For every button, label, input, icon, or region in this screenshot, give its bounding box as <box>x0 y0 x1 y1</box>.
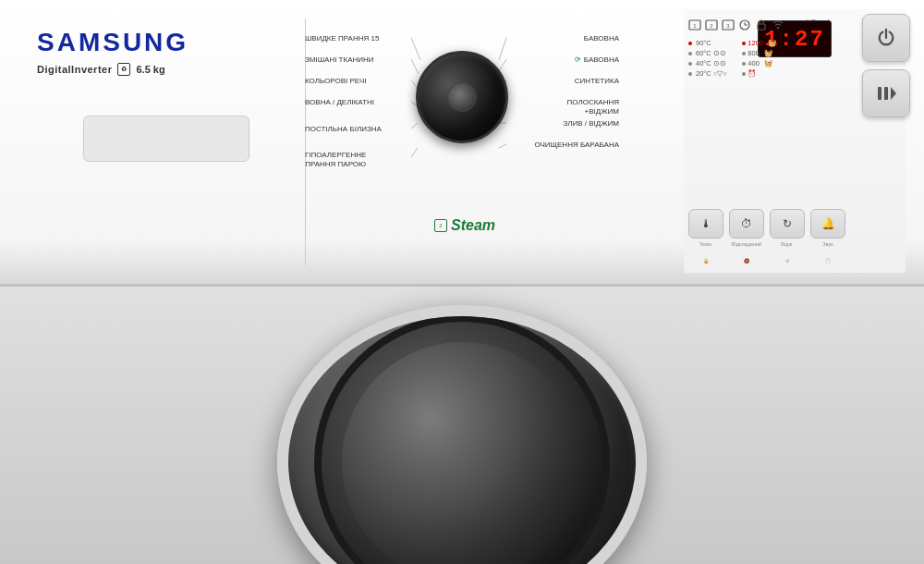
temp-90: 90°C <box>688 39 727 47</box>
svg-text:1: 1 <box>693 23 697 29</box>
temp-btn-label: Темп. <box>688 241 723 247</box>
status-icons-row: 1 2 3 <box>688 18 784 31</box>
program-section: ШВИДКЕ ПРАННЯ 15 ЗМІШАНІ ТКАНИНИ КОЛЬОРО… <box>305 14 619 273</box>
svg-point-20 <box>777 27 779 29</box>
func-sublabels: 🔒 🔕 ⚙ 🕐 <box>688 258 845 264</box>
steam-eco-symbol: 2 <box>434 219 447 232</box>
power-icon <box>876 28 896 48</box>
program-label-6: ГІПОАЛЕРГЕННЕПРАННЯ ПАРОЮ <box>305 151 366 170</box>
lock-icon <box>755 18 768 31</box>
door-glass <box>342 342 582 564</box>
program-label-r1: БАВОВНА <box>584 34 619 43</box>
function-buttons-row: 🌡 Темп. ⏱ Відкладений ↻ Відж. 🔔 Звук <box>688 209 845 247</box>
spin-1200: 1200 🧺 <box>742 39 776 47</box>
timer-icon-label: ⏰ <box>742 69 776 78</box>
delay-btn-wrapper: ⏱ Відкладений <box>729 209 764 247</box>
start-pause-icon <box>876 83 896 104</box>
rinse-icon: 3 <box>722 18 735 31</box>
power-button[interactable] <box>862 14 910 62</box>
start-pause-button[interactable] <box>862 69 910 117</box>
delay-sublabel: 🔕 <box>729 258 764 264</box>
specs-row: DigitalInverter ♻ 6.5 kg <box>37 63 286 76</box>
temp-40: 40°C ⊙⊙ <box>688 59 727 67</box>
temp-20: 20°C ○▽○ <box>688 69 727 78</box>
program-label-r6: ОЧИЩЕННЯ БАРАБАНА <box>534 141 619 149</box>
spin-status-icon <box>738 18 751 31</box>
temp-btn-wrapper: 🌡 Темп. <box>688 209 723 247</box>
spin-sublabel: ⚙ <box>770 258 805 264</box>
steam-label: Steam <box>451 217 495 234</box>
svg-text:3: 3 <box>726 23 730 29</box>
washer-door <box>277 305 647 564</box>
temp-sublabel: 🔒 <box>688 258 723 264</box>
steam-badge: 2 Steam <box>434 217 495 234</box>
program-label-r5: ЗЛИВ / ВІДЖИМ <box>563 119 619 128</box>
temperature-button[interactable]: 🌡 <box>688 209 723 239</box>
spin-btn-wrapper: ↻ Відж. <box>770 209 805 247</box>
bell-btn-wrapper: 🔔 Звук <box>810 209 845 247</box>
svg-rect-21 <box>878 87 881 100</box>
spin-400: 400 🧺 <box>742 59 776 67</box>
soap-drawer <box>83 116 249 162</box>
brand-section: SAMSUNG DigitalInverter ♻ 6.5 kg <box>37 28 286 76</box>
svg-line-11 <box>499 144 506 148</box>
top-panel: SAMSUNG DigitalInverter ♻ 6.5 kg ШВИДКЕ … <box>0 0 924 287</box>
program-label-4: ВОВНА / ДЕЛІКАТНІ <box>305 98 374 106</box>
samsung-logo: SAMSUNG <box>37 28 286 57</box>
program-label-r3: СИНТЕТИКА <box>575 77 619 85</box>
eco-icon: ♻ <box>117 63 130 76</box>
program-label-2: ЗМІШАНІ ТКАНИНИ <box>305 55 374 64</box>
program-label-3: КОЛЬОРОВІ РЕЧІ <box>305 77 367 85</box>
program-dial[interactable] <box>416 51 508 143</box>
program-label-5: ПОСТІЛЬНА БІЛИЗНА <box>305 125 382 133</box>
svg-marker-23 <box>891 87 896 100</box>
digital-inverter-label: DigitalInverter <box>37 64 112 75</box>
svg-text:2: 2 <box>710 23 713 29</box>
svg-rect-19 <box>758 24 765 30</box>
program-label-r2: ⟳ БАВОВНА <box>575 55 619 64</box>
bell-btn-label: Звук <box>810 241 845 247</box>
prewash-icon: 1 <box>688 18 701 31</box>
washing-machine: SAMSUNG DigitalInverter ♻ 6.5 kg ШВИДКЕ … <box>0 0 924 564</box>
svg-rect-22 <box>884 87 888 100</box>
indicators-panel: 90°C 60°C ⊙⊙ 40°C ⊙⊙ 20°C ○▽○ <box>688 39 776 78</box>
wifi-icon <box>772 18 784 31</box>
spin-800: 800 🧺 <box>742 49 776 57</box>
program-label-1: ШВИДКЕ ПРАННЯ 15 <box>305 34 379 43</box>
delay-btn-label: Відкладений <box>729 241 764 247</box>
sound-button[interactable]: 🔔 <box>810 209 845 239</box>
capacity-label: 6.5 kg <box>136 64 164 75</box>
delay-start-button[interactable]: ⏱ <box>729 209 764 239</box>
door-area <box>0 287 924 564</box>
svg-line-5 <box>411 148 418 157</box>
spin-btn-label: Відж. <box>770 241 805 247</box>
spin-speed-button[interactable]: ↻ <box>770 209 805 239</box>
temp-60: 60°C ⊙⊙ <box>688 49 727 57</box>
program-label-r4: ПОЛОСКАННЯ+ВІДЖИМ <box>567 98 619 117</box>
door-inner-ring <box>314 314 610 564</box>
bell-sublabel: 🕐 <box>810 258 845 264</box>
wash-icon: 2 <box>705 18 718 31</box>
